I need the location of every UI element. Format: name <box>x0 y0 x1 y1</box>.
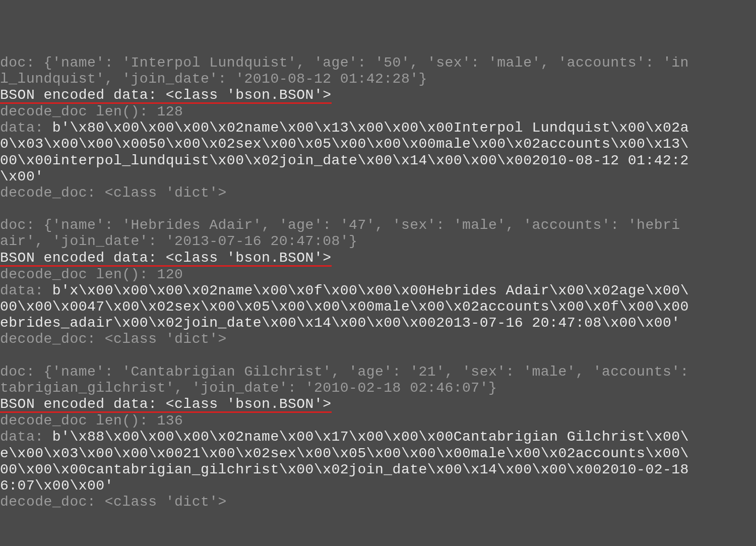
data-prefix-2: data: <box>0 429 52 445</box>
bson-encoded-line-1: BSON encoded data: <class 'bson.BSON'> <box>0 251 332 267</box>
decode-doc-line-2: decode_doc: <class 'dict'> <box>0 494 227 510</box>
decode-len-line-1: decode_doc len(): 120 <box>0 267 183 282</box>
bson-encoded-line-0: BSON encoded data: <class 'bson.BSON'> <box>0 88 332 104</box>
data-prefix-0: data: <box>0 120 52 136</box>
decode-doc-line-1: decode_doc: <class 'dict'> <box>0 331 227 347</box>
doc-line-0: doc: {'name': 'Interpol Lundquist', 'age… <box>0 55 689 87</box>
decode-len-line-2: decode_doc len(): 136 <box>0 413 183 429</box>
doc-line-1: doc: {'name': 'Hebrides Adair', 'age': '… <box>0 217 680 249</box>
decode-len-line-0: decode_doc len(): 128 <box>0 104 183 119</box>
decode-doc-line-0: decode_doc: <class 'dict'> <box>0 185 227 201</box>
data-bytes-2: b'\x88\x00\x00\x00\x02name\x00\x17\x00\x… <box>0 429 689 494</box>
doc-line-2: doc: {'name': 'Cantabrigian Gilchrist', … <box>0 364 689 396</box>
bson-encoded-line-2: BSON encoded data: <class 'bson.BSON'> <box>0 397 332 413</box>
data-bytes-1: b'x\x00\x00\x00\x02name\x00\x0f\x00\x00\… <box>0 283 689 331</box>
data-bytes-0: b'\x80\x00\x00\x00\x02name\x00\x13\x00\x… <box>0 120 689 185</box>
data-prefix-1: data: <box>0 283 52 298</box>
